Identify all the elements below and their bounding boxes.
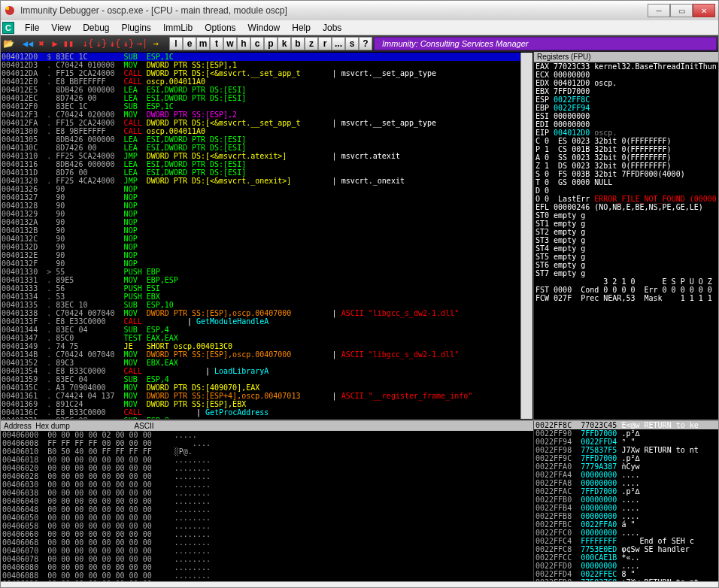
toolbar-letter-r[interactable]: r [318, 37, 332, 50]
hex-row[interactable]: 00406028 00 00 00 00 00 00 00 00 .......… [1, 472, 533, 480]
disasm-row[interactable]: 00401326 90 NOP [2, 185, 520, 193]
register-line[interactable]: EIP 004012D0 oscp. [534, 129, 718, 137]
disasm-row[interactable]: 0040132F 90 NOP [2, 259, 520, 268]
disasm-row[interactable]: 0040130C 8D7426 00 LEA ESI,DWORD PTR DS:… [2, 144, 520, 152]
register-line[interactable]: S 0 FS 003B 32bit 7FFDF000(4000) [534, 170, 718, 178]
register-line[interactable]: EBX 7FFD7000 [534, 87, 718, 95]
register-line[interactable]: Z 1 DS 0023 32bit 0(FFFFFFFF) [534, 162, 718, 170]
stack-row[interactable]: 0022FFB0 00000000 .... [534, 496, 718, 504]
disasm-row[interactable]: 00401344 . 83EC 04 SUB ESP,4 [2, 326, 520, 334]
trace-into-icon[interactable]: ↡{ [109, 38, 121, 50]
register-line[interactable]: EBP 0022FF94 [534, 104, 718, 112]
disasm-row[interactable]: 00401369 . 891C24 MOV DWORD PTR SS:[ESP]… [2, 400, 520, 408]
stack-row[interactable]: 0022FF94 0022FFD4 ⁿ " [534, 438, 718, 446]
register-line[interactable]: FST 0000 Cond 0 0 0 0 Err 0 0 0 0 0 0 [534, 286, 718, 294]
menu-plugins[interactable]: Plugins [116, 21, 157, 35]
register-line[interactable]: D 0 [534, 186, 718, 195]
disasm-row[interactable]: 004012E5 8DB426 000000 LEA ESI,DWORD PTR… [2, 86, 520, 94]
register-line[interactable]: FCW 027F Prec NEAR,53 Mask 1 1 1 1 [534, 294, 718, 302]
stack-row[interactable]: 0022FFCC 000CAE1B *«.. [534, 553, 718, 562]
register-line[interactable]: ST2 empty g [534, 228, 718, 236]
disasm-row[interactable]: 00401328 90 NOP [2, 202, 520, 210]
toolbar-letter-?[interactable]: ? [359, 37, 372, 50]
toolbar-letter-b[interactable]: b [291, 37, 305, 50]
toolbar-letter-k[interactable]: k [278, 37, 291, 50]
disasm-row[interactable]: 00401334 . 53 PUSH EBX [2, 292, 520, 301]
disasm-row[interactable]: 0040132A 90 NOP [2, 218, 520, 226]
hex-row[interactable]: 00406078 00 00 00 00 00 00 00 00 .......… [1, 555, 533, 563]
register-line[interactable]: ST3 empty g [534, 236, 718, 244]
hex-row[interactable]: 00406050 00 00 00 00 00 00 00 00 .......… [1, 514, 533, 522]
hex-row[interactable]: 00406088 00 00 00 00 00 00 00 00 .......… [1, 571, 533, 580]
disasm-row[interactable]: 0040132D 90 NOP [2, 243, 520, 251]
stack-row[interactable]: 0022FFD4 0022FFEC 8 " [534, 570, 718, 578]
register-line[interactable]: A 0 SS 0023 32bit 0(FFFFFFFF) [534, 153, 718, 162]
stack-row[interactable]: 0022FFA4 00000000 .... [534, 471, 718, 479]
stack-row[interactable]: 0022FFB4 00000000 .... [534, 504, 718, 512]
hex-row[interactable]: 00406008 FF FF FF FF 00 00 00 00 .... [1, 439, 533, 447]
toolbar-letter-e[interactable]: e [183, 37, 196, 50]
stack-row[interactable]: 0022FF98 775837F5 J7Xw RETURN to nt [534, 446, 718, 454]
close-x-icon[interactable]: ✖ [35, 38, 47, 50]
register-line[interactable]: ESP 0022FF8C [534, 95, 718, 104]
goto-icon[interactable]: → [150, 38, 162, 50]
hex-row[interactable]: 00406068 00 00 00 00 00 00 00 00 .......… [1, 538, 533, 547]
disasm-row[interactable]: 00401359 . 83EC 04 SUB ESP,4 [2, 375, 520, 383]
toolbar-letter-m[interactable]: m [196, 37, 210, 50]
stack-pane[interactable]: 0022FF8C 77023C45 E<@w RETURN to ke0022F… [534, 421, 718, 581]
register-line[interactable]: ST4 empty g [534, 244, 718, 253]
step-into-icon[interactable]: ↓{ [82, 38, 94, 50]
rewind-icon[interactable]: ◀◀ [22, 38, 34, 50]
register-line[interactable]: P 1 CS 001B 32bit 0(FFFFFFFF) [534, 145, 718, 153]
disasm-row[interactable]: 0040132B 90 NOP [2, 226, 520, 235]
register-line[interactable]: EDX 004012D0 oscp. [534, 79, 718, 87]
menu-debug[interactable]: Debug [77, 21, 115, 35]
toolbar-letter-c[interactable]: c [250, 37, 264, 50]
disasm-row[interactable]: 00401338 . C70424 007040 MOV DWORD PTR S… [2, 309, 520, 317]
hex-row[interactable]: 00406058 00 00 00 00 00 00 00 00 .......… [1, 522, 533, 530]
disasm-row[interactable]: 00401347 . 85C0 TEST EAX,EAX [2, 334, 520, 342]
stack-row[interactable]: 0022FF9C 7FFD7000 .p²∆ [534, 454, 718, 462]
stack-row[interactable]: 0022FFC4 FFFFFFFF End of SEH c [534, 537, 718, 545]
stack-row[interactable]: 0022FFAC 7FFD7000 .p²∆ [534, 487, 718, 496]
disasm-row[interactable]: 00401331 . 89E5 MOV EBP,ESP [2, 276, 520, 284]
corner-icon[interactable]: C [2, 22, 14, 34]
disasm-row[interactable]: 004012D3 . C70424 010000 MOV DWORD PTR S… [2, 61, 520, 69]
disasm-row[interactable]: 004012F0 83EC 1C SUB ESP,1C [2, 102, 520, 111]
disasm-row[interactable]: 0040133F . E8 E33C0000 CALL | GetModuleH… [2, 317, 520, 326]
menu-options[interactable]: Options [199, 21, 241, 35]
stack-row[interactable]: 0022FFC0 00000000 .... [534, 529, 718, 537]
menu-window[interactable]: Window [242, 21, 287, 35]
disasm-row[interactable]: 004012D0 $ 83EC 1C SUB ESP,1C [2, 53, 520, 61]
hex-row[interactable]: 00406040 00 00 00 00 00 00 00 00 .......… [1, 497, 533, 505]
hex-row[interactable]: 00406000 00 00 00 00 02 00 00 00 ..... [1, 431, 533, 439]
register-line[interactable]: T 0 GS 0000 NULL [534, 178, 718, 186]
close-button[interactable]: ✕ [693, 4, 715, 17]
register-line[interactable]: EDI 00000000 [534, 120, 718, 129]
menu-immlib[interactable]: ImmLib [157, 21, 199, 35]
register-line[interactable]: C 0 ES 0023 32bit 0(FFFFFFFF) [534, 137, 718, 145]
disassembly-pane[interactable]: 004012D0 $ 83EC 1C SUB ESP,1C 004012D3 .… [1, 52, 534, 420]
disasm-row[interactable]: 00401361 . C74424 04 137 MOV DWORD PTR S… [2, 392, 520, 400]
disasm-row[interactable]: 00401352 . 89C3 MOV EBX,EAX [2, 359, 520, 367]
register-line[interactable]: ECX 00000000 [534, 71, 718, 79]
run-to-ret-icon[interactable]: →| [136, 38, 148, 50]
disasm-row[interactable]: 00401310 . FF25 5CA24000 JMP DWORD PTR D… [2, 152, 520, 160]
toolbar-letter-l[interactable]: l [169, 37, 183, 50]
menu-file[interactable]: File [19, 21, 45, 35]
stack-row[interactable]: 0022FFC8 7753E0ED φ¢Sw SE handler [534, 545, 718, 553]
stack-row[interactable]: 0022FFBC 0022FFA0 á " [534, 520, 718, 529]
disasm-row[interactable]: 004012F3 . C70424 020000 MOV DWORD PTR S… [2, 111, 520, 119]
stack-row[interactable]: 0022FFD0 00000000 .... [534, 562, 718, 570]
toolbar-letter-p[interactable]: p [264, 37, 278, 50]
disasm-row[interactable]: 00401330 > 55 PUSH EBP [2, 268, 520, 276]
hex-row[interactable]: 00406080 00 00 00 00 00 00 00 00 .......… [1, 563, 533, 571]
toolbar-letter-w[interactable]: w [223, 37, 237, 50]
register-line[interactable]: O 0 LastErr ERROR_FILE_NOT_FOUND (00000 [534, 195, 718, 203]
disasm-row[interactable]: 00401329 90 NOP [2, 210, 520, 218]
register-line[interactable]: ST5 empty g [534, 253, 718, 261]
register-line[interactable]: 3 2 1 0 E S P U O Z [534, 277, 718, 286]
disasm-row[interactable]: 004012EC 8D7426 00 LEA ESI,DWORD PTR DS:… [2, 94, 520, 102]
register-line[interactable]: ST1 empty g [534, 220, 718, 228]
stack-row[interactable]: 0022FF90 7FFD7000 .p²∆ [534, 429, 718, 438]
